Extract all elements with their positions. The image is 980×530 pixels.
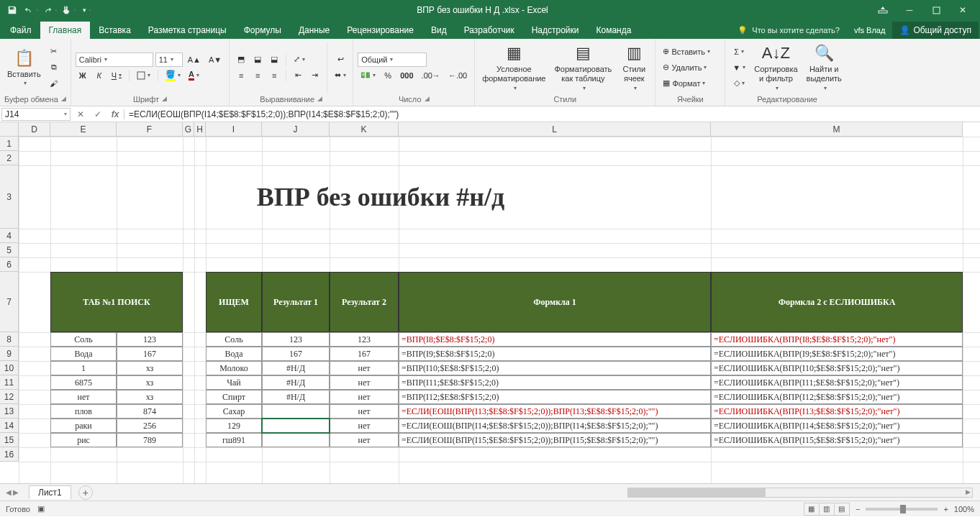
qat-customize-icon[interactable]: ▾ [79,2,95,18]
underline-button[interactable]: Ч [109,68,124,83]
indent-decrease-icon[interactable]: ⇤ [291,68,305,83]
formula-input[interactable]: =ЕСЛИ(ЕОШ(ВПР(I14;$E$8:$F$15;2;0));ВПР(I… [124,109,980,119]
zoom-out-icon[interactable]: − [856,505,860,513]
ribbon-tab-1[interactable]: Главная [40,22,91,39]
border-button[interactable] [134,68,153,83]
cell[interactable]: Молоко [206,361,262,375]
align-middle-icon[interactable]: ⬓ [250,52,265,67]
cell[interactable]: Вода [50,347,117,361]
row-header[interactable]: 14 [0,419,19,433]
cell[interactable]: нет [330,390,399,404]
ribbon-tab-3[interactable]: Разметка страницы [140,22,235,39]
align-top-icon[interactable]: ⬒ [234,52,248,67]
row-header[interactable]: 7 [0,272,19,332]
dialog-launcher-icon[interactable]: ◢ [425,95,430,104]
wrap-text-button[interactable]: ↩ [332,52,348,67]
format-cell-button[interactable]: ▦ Формат [660,76,720,91]
row-header[interactable]: 15 [0,433,19,447]
share-button[interactable]: 👤Общий доступ [892,22,979,39]
cell[interactable]: =ЕСЛИ(ЕОШ(ВПР(I15;$E$8:$F$15;2;0));ВПР(I… [399,433,711,447]
cell[interactable]: 6875 [50,375,117,390]
row-header[interactable]: 9 [0,347,19,361]
user-name[interactable]: vfs Влад [847,26,892,35]
tab-scroll-first-icon[interactable]: ◀ [6,488,12,496]
delete-cell-button[interactable]: ⊖ Удалить [660,60,720,75]
cell[interactable]: 874 [117,404,183,419]
decrease-decimal-icon[interactable]: ←.00 [445,68,470,83]
conditional-formatting-button[interactable]: ▦Условное форматирование [479,42,548,92]
decrease-font-icon[interactable]: A▼ [206,52,224,67]
cell[interactable]: ИЩЕМ [206,272,262,332]
cell[interactable]: =ЕСЛИОШИБКА(ВПР(I9;$E$8:$F$15;2;0);"нет"… [711,347,963,361]
cell[interactable]: 167 [330,347,399,361]
col-header[interactable]: L [399,122,711,137]
cell[interactable]: хз [117,361,183,375]
increase-font-icon[interactable]: A▲ [185,52,204,67]
cell[interactable]: Результат 1 [262,272,330,332]
ribbon-tab-9[interactable]: Надстройки [523,22,588,39]
save-icon[interactable] [4,2,20,18]
select-all-corner[interactable] [0,122,19,137]
cell[interactable] [262,404,330,419]
align-bottom-icon[interactable]: ⬓ [267,52,281,67]
new-sheet-button[interactable]: + [78,485,93,500]
cell[interactable]: нет [50,390,117,404]
row-header[interactable]: 10 [0,361,19,375]
cell[interactable]: =ЕСЛИОШИБКА(ВПР(I8;$E$8:$F$15;2;0);"нет"… [711,332,963,347]
row-header[interactable]: 2 [0,151,19,165]
cell[interactable]: =ВПР(I11;$E$8:$F$15;2;0) [399,375,711,390]
macro-record-icon[interactable]: ▣ [37,504,45,513]
cell[interactable]: =ВПР(I10;$E$8:$F$15;2;0) [399,361,711,375]
cell[interactable] [262,419,330,433]
col-header[interactable]: D [19,122,50,137]
cell[interactable]: Соль [50,332,117,347]
redo-icon[interactable] [42,2,58,18]
page-layout-view-icon[interactable]: ▥ [819,503,835,516]
cell[interactable]: 256 [117,419,183,433]
undo-icon[interactable] [23,2,39,18]
col-header[interactable]: G [183,122,194,137]
cut-button[interactable]: ✂ [47,45,61,59]
dialog-launcher-icon[interactable]: ◢ [61,95,66,104]
increase-decimal-icon[interactable]: .00→ [419,68,443,83]
row-header[interactable]: 1 [0,137,19,151]
cell[interactable]: хз [117,375,183,390]
row-header[interactable]: 13 [0,404,19,419]
ribbon-tab-4[interactable]: Формулы [235,22,290,39]
cell[interactable]: =ЕСЛИОШИБКА(ВПР(I13;$E$8:$F$15;2;0);"нет… [711,404,963,419]
zoom-level[interactable]: 100% [954,505,974,513]
ribbon-tab-6[interactable]: Рецензирование [338,22,422,39]
cell[interactable]: нет [330,375,399,390]
cell[interactable]: 789 [117,433,183,447]
cell[interactable]: ТАБ №1 ПОИСК [50,272,183,332]
cell[interactable]: 123 [330,332,399,347]
cell[interactable]: =ВПР(I9;$E$8:$F$15;2;0) [399,347,711,361]
number-format-combo[interactable]: Общий▾ [358,52,427,67]
col-header[interactable]: E [50,122,117,137]
zoom-slider[interactable] [866,508,938,511]
cell[interactable]: =ЕСЛИОШИБКА(ВПР(I14;$E$8:$F$15;2;0);"нет… [711,419,963,433]
cell[interactable]: нет [330,404,399,419]
ribbon-tab-5[interactable]: Данные [290,22,338,39]
fx-icon[interactable]: fx [106,109,124,119]
ribbon-options-icon[interactable] [870,2,896,18]
cell[interactable]: Вода [206,347,262,361]
spreadsheet-grid[interactable]: DEFGHIJKLM 12345678910111213141516 ВПР б… [0,122,980,483]
cell-styles-button[interactable]: ▥Стили ячеек [617,42,650,92]
italic-button[interactable]: К [92,68,106,83]
cell[interactable]: =ЕСЛИ(ЕОШ(ВПР(I14;$E$8:$F$15;2;0));ВПР(I… [399,419,711,433]
insert-cell-button[interactable]: ⊕ Вставить [660,45,720,59]
cell[interactable]: Результат 2 [330,272,399,332]
format-as-table-button[interactable]: ▤Форматировать как таблицу [552,42,615,92]
dialog-launcher-icon[interactable]: ◢ [162,95,167,104]
row-header[interactable]: 11 [0,375,19,390]
name-box[interactable]: J14▾ [1,108,71,121]
fill-color-button[interactable]: 🪣 [163,68,183,83]
cell[interactable]: 123 [117,332,183,347]
ribbon-tab-2[interactable]: Вставка [90,22,140,39]
format-painter-button[interactable]: 🖌 [47,76,61,91]
close-icon[interactable]: ✕ [950,2,976,18]
font-size-combo[interactable]: 11▾ [155,52,183,67]
cell[interactable] [262,433,330,447]
ribbon-tab-8[interactable]: Разработчик [455,22,523,39]
